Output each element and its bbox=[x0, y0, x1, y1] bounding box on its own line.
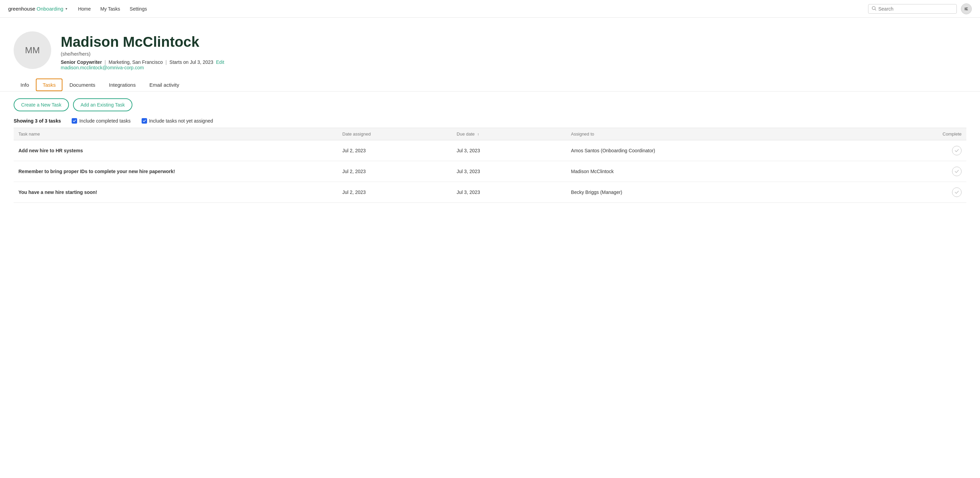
profile-name: Madison McClintock bbox=[61, 34, 224, 50]
nav-home-link[interactable]: Home bbox=[78, 6, 91, 12]
nav-settings-link[interactable]: Settings bbox=[130, 6, 147, 12]
profile-meta: Senior Copywriter | Marketing, San Franc… bbox=[61, 59, 224, 65]
tab-info[interactable]: Info bbox=[14, 78, 36, 91]
tasks-table: Task name Date assigned Due date ↑ Assig… bbox=[14, 128, 966, 203]
task-name-text: Remember to bring proper IDs to complete… bbox=[18, 169, 175, 174]
tabs: Info Tasks Documents Integrations Email … bbox=[14, 78, 966, 91]
tabs-section: Info Tasks Documents Integrations Email … bbox=[0, 70, 980, 91]
profile-start-date: Starts on Jul 3, 2023 bbox=[170, 59, 213, 65]
include-not-assigned-group[interactable]: Include tasks not yet assigned bbox=[142, 118, 213, 124]
task-name-text: You have a new hire starting soon! bbox=[18, 190, 97, 195]
complete-check-icon[interactable] bbox=[952, 146, 962, 155]
assigned-to-cell: Madison McClintock bbox=[566, 161, 909, 182]
tasks-count: Showing 3 of 3 tasks bbox=[14, 118, 61, 124]
th-due-date[interactable]: Due date ↑ bbox=[452, 128, 566, 140]
avatar: MM bbox=[14, 32, 51, 69]
table-row: Remember to bring proper IDs to complete… bbox=[14, 161, 966, 182]
profile-section: MM Madison McClintock (she/her/hers) Sen… bbox=[0, 18, 980, 70]
tab-email-activity[interactable]: Email activity bbox=[143, 78, 186, 91]
task-name-cell[interactable]: Add new hire to HR systems bbox=[14, 140, 337, 161]
complete-cell bbox=[909, 140, 966, 161]
include-not-assigned-label: Include tasks not yet assigned bbox=[149, 118, 213, 124]
search-icon bbox=[872, 6, 876, 12]
profile-email-link[interactable]: madison.mcclintock@omniva-corp.com bbox=[61, 65, 144, 70]
user-avatar-nav[interactable]: IE bbox=[961, 3, 972, 14]
due-date-cell: Jul 3, 2023 bbox=[452, 161, 566, 182]
date-assigned-cell: Jul 2, 2023 bbox=[337, 161, 452, 182]
date-assigned-cell: Jul 2, 2023 bbox=[337, 182, 452, 203]
complete-cell bbox=[909, 161, 966, 182]
top-navigation: greenhouse Onboarding ▾ Home My Tasks Se… bbox=[0, 0, 980, 18]
task-name-text: Add new hire to HR systems bbox=[18, 148, 83, 153]
due-date-cell: Jul 3, 2023 bbox=[452, 140, 566, 161]
brand-chevron-icon: ▾ bbox=[65, 7, 67, 11]
date-assigned-cell: Jul 2, 2023 bbox=[337, 140, 452, 161]
svg-line-1 bbox=[875, 9, 876, 11]
table-row: Add new hire to HR systems Jul 2, 2023 J… bbox=[14, 140, 966, 161]
include-completed-checkbox[interactable] bbox=[72, 118, 77, 124]
th-task-name: Task name bbox=[14, 128, 337, 140]
tab-tasks[interactable]: Tasks bbox=[36, 78, 62, 91]
profile-dept-location: Marketing, San Francisco bbox=[108, 59, 163, 65]
tasks-table-section: Task name Date assigned Due date ↑ Assig… bbox=[0, 128, 980, 203]
nav-links: Home My Tasks Settings bbox=[78, 6, 868, 12]
assigned-to-cell: Becky Briggs (Manager) bbox=[566, 182, 909, 203]
task-name-cell[interactable]: You have a new hire starting soon! bbox=[14, 182, 337, 203]
actions-section: Create a New Task Add an Existing Task bbox=[0, 91, 980, 118]
due-date-cell: Jul 3, 2023 bbox=[452, 182, 566, 203]
svg-point-0 bbox=[872, 6, 875, 10]
tasks-meta: Showing 3 of 3 tasks Include completed t… bbox=[0, 118, 980, 128]
add-existing-task-button[interactable]: Add an Existing Task bbox=[73, 98, 132, 111]
table-header-row: Task name Date assigned Due date ↑ Assig… bbox=[14, 128, 966, 140]
profile-edit-link[interactable]: Edit bbox=[216, 59, 224, 65]
th-date-assigned: Date assigned bbox=[337, 128, 452, 140]
include-completed-group[interactable]: Include completed tasks bbox=[72, 118, 130, 124]
table-row: You have a new hire starting soon! Jul 2… bbox=[14, 182, 966, 203]
brand-onboarding-text: Onboarding bbox=[37, 6, 63, 12]
assigned-to-cell: Amos Santos (Onboarding Coordinator) bbox=[566, 140, 909, 161]
include-not-assigned-checkbox[interactable] bbox=[142, 118, 147, 124]
search-box[interactable] bbox=[868, 4, 957, 14]
profile-pronouns: (she/her/hers) bbox=[61, 51, 224, 57]
tab-documents[interactable]: Documents bbox=[62, 78, 102, 91]
th-assigned-to: Assigned to bbox=[566, 128, 909, 140]
brand-logo[interactable]: greenhouse Onboarding ▾ bbox=[8, 6, 67, 12]
profile-info: Madison McClintock (she/her/hers) Senior… bbox=[61, 32, 224, 70]
tab-integrations[interactable]: Integrations bbox=[102, 78, 142, 91]
complete-check-icon[interactable] bbox=[952, 167, 962, 176]
nav-mytasks-link[interactable]: My Tasks bbox=[100, 6, 120, 12]
complete-check-icon[interactable] bbox=[952, 188, 962, 197]
include-completed-label: Include completed tasks bbox=[79, 118, 130, 124]
complete-cell bbox=[909, 182, 966, 203]
brand-greenhouse-text: greenhouse bbox=[8, 6, 35, 12]
task-name-cell[interactable]: Remember to bring proper IDs to complete… bbox=[14, 161, 337, 182]
search-input[interactable] bbox=[878, 6, 953, 12]
nav-right: IE bbox=[868, 3, 972, 14]
sort-icon: ↑ bbox=[477, 132, 479, 136]
th-complete: Complete bbox=[909, 128, 966, 140]
create-new-task-button[interactable]: Create a New Task bbox=[14, 98, 69, 111]
profile-title: Senior Copywriter bbox=[61, 59, 102, 65]
